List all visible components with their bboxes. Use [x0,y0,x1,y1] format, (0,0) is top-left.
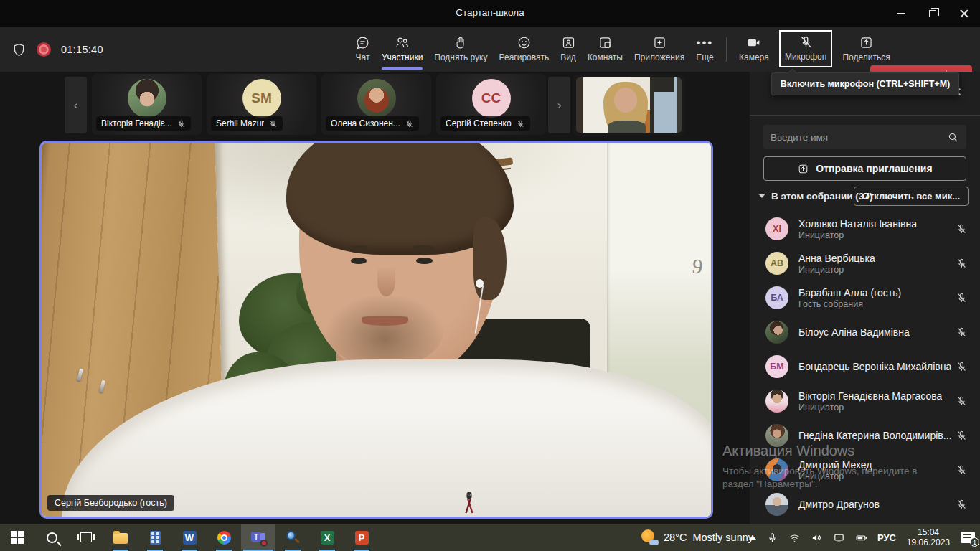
view-icon [561,35,576,50]
avatar [765,424,788,447]
mic-off-icon[interactable] [956,326,968,339]
tray-mic[interactable] [761,524,783,551]
mute-all-button[interactable]: Отключить все мик... [854,187,969,206]
calculator-icon [150,531,161,545]
window-title: Стартап-школа [0,7,980,18]
video-tile[interactable]: Вікторія Генадіє... [92,74,202,135]
task-view-icon [80,532,92,542]
section-collapse-caret-icon [758,194,765,198]
teams-button[interactable]: T [241,524,275,551]
share-screen-icon [859,35,874,50]
file-explorer-button[interactable] [103,524,138,551]
avatar [765,321,788,344]
mic-off-icon[interactable] [956,258,968,270]
participant-row[interactable]: Вікторія Генадієвна МаргасоваИнициатор [750,384,980,418]
toolbar-camera-button[interactable]: Камера [733,27,775,72]
taskbar-search-button[interactable] [34,524,69,551]
search-icon [47,532,57,543]
mic-off-icon[interactable] [956,292,968,304]
rooms-icon [598,35,613,50]
weather-icon [641,529,658,546]
participants-list: ХІ Холявко Наталія ІванівнаИнициатор АВ … [750,212,980,522]
participant-row[interactable]: Дмитрий МехедИнициатор [750,453,980,487]
avatar: АВ [765,252,788,275]
avatar: БМ [765,355,788,378]
participant-row[interactable]: БМ Бондарець Вероніка Михайлівна [750,349,980,384]
participant-search[interactable] [763,125,966,149]
excel-icon: X [321,531,334,545]
participant-row[interactable]: Дмитро Драгунов [750,487,980,522]
toolbar-mic-button[interactable]: Микрофон [779,30,832,67]
mic-off-icon [516,119,525,128]
restore-icon [929,10,936,17]
action-center-button[interactable]: 1 [956,524,980,551]
language-indicator[interactable]: РУС [872,524,901,551]
people-icon [395,35,410,50]
toolbar-view-button[interactable]: Вид [555,27,582,72]
camera-icon [746,35,761,50]
mic-off-icon[interactable] [956,395,968,408]
participant-row[interactable]: Білоус Аліна Вадимівна [750,315,980,349]
restore-button[interactable] [917,0,948,27]
filmstrip-next-button[interactable]: › [548,77,570,133]
search-input[interactable] [763,132,947,143]
close-button[interactable] [948,0,980,27]
weather-temp: 28°C [664,532,687,543]
participant-row[interactable]: БА Барабаш Алла (гость)Гость собрания [750,281,980,315]
mic-icon [766,532,778,544]
share-invite-icon [797,163,809,175]
participant-row[interactable]: АВ Анна ВербицькаИнициатор [750,246,980,281]
excel-button[interactable]: X [310,524,344,551]
toolbar-rooms-button[interactable]: Комнаты [582,27,628,72]
tray-network[interactable] [783,524,806,551]
calculator-button[interactable] [138,524,172,551]
toolbar-apps-button[interactable]: Приложения [628,27,690,72]
mic-off-icon[interactable] [956,464,968,476]
meeting-section-header[interactable]: В этом собрании (37) Отключить все мик..… [750,187,980,208]
weather-widget[interactable]: 28°C Mostly sunny [641,524,753,551]
self-view-video [576,77,682,133]
mic-off-icon[interactable] [956,361,968,373]
apps-icon [652,35,667,50]
filmstrip-prev-button[interactable]: ‹ [65,77,87,133]
toolbar-raise-hand-button[interactable]: Поднять руку [428,27,493,72]
send-invite-button[interactable]: Отправка приглашения [763,156,966,181]
video-tile[interactable]: СС Сергій Степенко [436,74,546,135]
tray-show-hidden-icons[interactable] [744,524,761,551]
tray-battery[interactable] [850,524,872,551]
time: 15:04 [918,527,939,537]
avatar: СС [472,79,511,118]
start-button[interactable] [0,524,34,551]
toolbar-chat-button[interactable]: Чат [349,27,376,72]
toolbar-participants-button[interactable]: Участники [376,27,428,72]
task-view-button[interactable] [69,524,103,551]
recording-indicator-icon [37,42,51,57]
toolbar-divider [726,37,727,62]
main-speaker-video[interactable]: 9 Сергій Безбородько (гость) [39,141,713,519]
teams-meeting-window: Стартап-школа 01:15:40 Чат Участники Под… [0,0,980,551]
search-tool-button[interactable] [275,524,310,551]
toolbar-react-button[interactable]: Реагировать [494,27,555,72]
teams-icon: T [251,530,265,545]
avatar [765,458,788,481]
powerpoint-button[interactable]: P [344,524,379,551]
participant-row[interactable]: ХІ Холявко Наталія ІванівнаИнициатор [750,212,980,246]
tile-name: Serhii Mazur [216,118,264,128]
title-bar: Стартап-школа [0,0,980,27]
toolbar-more-button[interactable]: ••• Еще [690,27,719,72]
tray-display[interactable] [828,524,850,551]
speaker-video-scene: 9 Сергій Безбородько (гость) [42,143,711,517]
word-button[interactable]: W [172,524,207,551]
video-tile[interactable]: Олена Сизонен... [321,74,431,135]
video-tile[interactable]: SM Serhii Mazur [207,74,316,135]
mic-off-icon[interactable] [956,499,968,511]
mic-off-icon[interactable] [956,223,968,235]
minimize-icon [897,13,905,14]
mic-off-icon[interactable] [956,430,968,442]
minimize-button[interactable] [885,0,917,27]
self-view-tile[interactable] [573,74,685,136]
participant-row[interactable]: Гнедіна Катерина Володимирів... [750,418,980,453]
tray-volume[interactable] [806,524,828,551]
clock[interactable]: 15:04 19.06.2023 [901,527,956,547]
chrome-button[interactable] [207,524,241,551]
